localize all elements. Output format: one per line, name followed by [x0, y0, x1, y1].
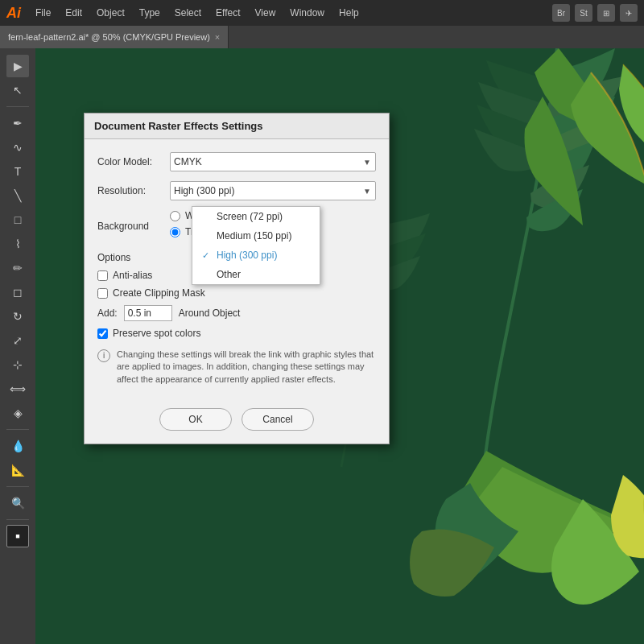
tool-rect[interactable]: □ [6, 208, 29, 231]
grid-icon[interactable]: ⊞ [597, 4, 615, 22]
dialog-buttons: OK Cancel [85, 398, 389, 444]
tab-title: fern-leaf-pattern2.ai* @ 50% (CMYK/GPU P… [8, 32, 210, 42]
warning-text: Changing these settings will break the l… [117, 349, 376, 386]
toolbar-divider-2 [6, 429, 29, 430]
tab-close-button[interactable]: × [215, 32, 220, 42]
main-area: ▶ ↖ ✒ ∿ T ╲ □ ⌇ ✏ ◻ ↻ ⤢ ⊹ ⟺ ◈ 💧 📐 🔍 ■ [0, 48, 644, 644]
tool-type[interactable]: T [6, 160, 29, 183]
medium-option-label: Medium (150 ppi) [217, 230, 291, 242]
menu-effect[interactable]: Effect [209, 4, 246, 22]
share-icon[interactable]: ✈ [620, 4, 638, 22]
menu-file[interactable]: File [29, 4, 57, 22]
resolution-select[interactable]: Screen (72 ppi) Medium (150 ppi) High (3… [170, 181, 376, 200]
color-model-label: Color Model: [97, 156, 170, 167]
warning-section: i Changing these settings will break the… [97, 349, 376, 386]
menu-bar: Ai File Edit Object Type Select Effect V… [0, 0, 644, 26]
menu-help[interactable]: Help [332, 4, 365, 22]
dropdown-item-high[interactable]: ✓ High (300 ppi) [192, 246, 320, 265]
menu-window[interactable]: Window [283, 4, 331, 22]
resolution-label: Resolution: [97, 185, 170, 196]
preserve-colors-label[interactable]: Preserve spot colors [113, 328, 200, 339]
add-row: Add: Around Object [97, 305, 376, 321]
menu-edit[interactable]: Edit [59, 4, 89, 22]
resolution-row: Resolution: Screen (72 ppi) Medium (150 … [97, 181, 376, 200]
resolution-dropdown-menu: Screen (72 ppi) Medium (150 ppi) ✓ High … [192, 206, 320, 285]
tool-select[interactable]: ▶ [6, 55, 29, 77]
add-label: Add: [97, 308, 118, 319]
preserve-colors-checkbox[interactable] [97, 328, 108, 339]
tool-fill[interactable]: ■ [6, 525, 29, 547]
tool-scale[interactable]: ⤢ [6, 329, 29, 352]
document-tab[interactable]: fern-leaf-pattern2.ai* @ 50% (CMYK/GPU P… [0, 26, 229, 48]
toolbar-divider-3 [6, 486, 29, 487]
bridge-icon[interactable]: Br [552, 4, 570, 22]
tool-direct-select[interactable]: ↖ [6, 79, 29, 101]
dropdown-item-medium[interactable]: Medium (150 ppi) [192, 226, 320, 246]
canvas-area: Document Raster Effects Settings Color M… [35, 48, 644, 644]
toolbar-divider-1 [6, 106, 29, 107]
menu-object[interactable]: Object [90, 4, 131, 22]
tab-bar: fern-leaf-pattern2.ai* @ 50% (CMYK/GPU P… [0, 26, 644, 48]
tool-line[interactable]: ╲ [6, 184, 29, 207]
tool-paintbrush[interactable]: ⌇ [6, 233, 29, 255]
color-model-row: Color Model: CMYK RGB ▼ [97, 152, 376, 171]
around-object-label: Around Object [179, 308, 241, 319]
tool-width[interactable]: ⟺ [6, 378, 29, 400]
right-icons: Br St ⊞ ✈ [552, 4, 638, 22]
clipping-mask-label[interactable]: Create Clipping Mask [113, 287, 205, 299]
clipping-mask-row: Create Clipping Mask [97, 287, 376, 299]
ok-button[interactable]: OK [159, 408, 232, 431]
tool-curvature[interactable]: ∿ [6, 136, 29, 159]
tool-warp[interactable]: ⊹ [6, 353, 29, 376]
menu-view[interactable]: View [249, 4, 283, 22]
add-value-input[interactable] [124, 305, 172, 321]
screen-option-label: Screen (72 ppi) [217, 211, 283, 222]
clipping-mask-checkbox[interactable] [97, 288, 108, 299]
cancel-button[interactable]: Cancel [242, 408, 314, 431]
other-option-label: Other [217, 269, 241, 280]
stock-icon[interactable]: St [575, 4, 592, 22]
background-label: Background [97, 221, 170, 232]
resolution-select-wrapper: Screen (72 ppi) Medium (150 ppi) High (3… [170, 181, 376, 200]
high-check-icon: ✓ [202, 250, 212, 261]
preserve-colors-row: Preserve spot colors [97, 328, 376, 339]
white-radio[interactable] [170, 211, 180, 221]
tool-measure[interactable]: 📐 [6, 459, 29, 481]
high-option-label: High (300 ppi) [217, 250, 277, 261]
tool-pen[interactable]: ✒ [6, 112, 29, 134]
dropdown-item-screen[interactable]: Screen (72 ppi) [192, 207, 320, 226]
toolbar-divider-4 [6, 519, 29, 520]
dialog-title: Document Raster Effects Settings [85, 114, 389, 139]
transparent-radio[interactable] [170, 227, 180, 237]
app-logo: Ai [6, 5, 21, 22]
tool-eyedropper[interactable]: 💧 [6, 435, 29, 457]
menu-type[interactable]: Type [133, 4, 167, 22]
color-model-select[interactable]: CMYK RGB [170, 152, 376, 171]
anti-alias-label[interactable]: Anti-alias [113, 270, 152, 281]
anti-alias-checkbox[interactable] [97, 270, 108, 281]
tool-zoom[interactable]: 🔍 [6, 492, 29, 514]
tool-blend[interactable]: ◈ [6, 402, 29, 424]
color-model-select-wrapper: CMYK RGB ▼ [170, 152, 376, 171]
warning-icon: i [97, 349, 110, 362]
tool-pencil[interactable]: ✏ [6, 257, 29, 279]
toolbar: ▶ ↖ ✒ ∿ T ╲ □ ⌇ ✏ ◻ ↻ ⤢ ⊹ ⟺ ◈ 💧 📐 🔍 ■ [0, 48, 35, 644]
dropdown-item-other[interactable]: Other [192, 265, 320, 284]
tool-eraser[interactable]: ◻ [6, 281, 29, 303]
menu-select[interactable]: Select [168, 4, 208, 22]
tool-rotate[interactable]: ↻ [6, 305, 29, 328]
